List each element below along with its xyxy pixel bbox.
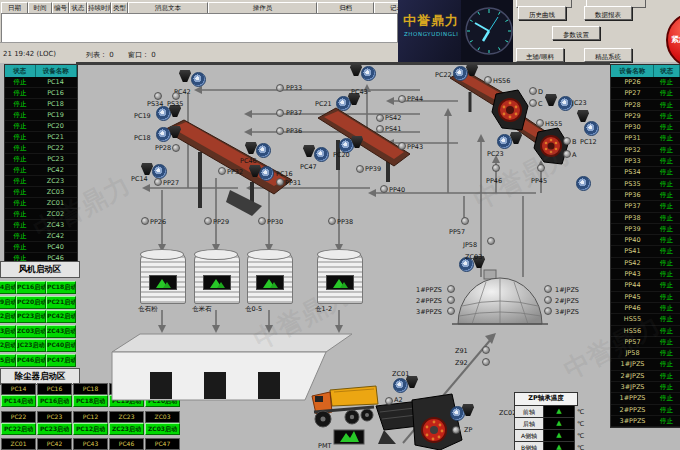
fan-icon[interactable] bbox=[156, 127, 171, 142]
fan-icon[interactable] bbox=[393, 378, 408, 393]
device-label-1#PPZS: 1#PPZS bbox=[416, 286, 442, 294]
device-label-JP58: JP58 bbox=[463, 241, 477, 249]
indicator-dot[interactable] bbox=[492, 164, 500, 172]
silo-label: 仓米石 bbox=[192, 305, 212, 314]
fan-icon[interactable] bbox=[314, 147, 329, 162]
temp-unit: ℃ bbox=[575, 442, 584, 450]
fan-icon[interactable] bbox=[256, 143, 271, 158]
fan-icon[interactable] bbox=[152, 164, 167, 179]
silo-2 bbox=[194, 252, 240, 304]
indicator-dot[interactable] bbox=[537, 164, 545, 172]
silo-4 bbox=[317, 252, 363, 304]
fan-icon[interactable] bbox=[259, 166, 274, 181]
indicator-dot[interactable] bbox=[276, 178, 284, 186]
temp-value-icon: ▲ bbox=[544, 430, 575, 442]
device-label-PS34: PS34 bbox=[147, 100, 163, 108]
indicator-dot[interactable] bbox=[172, 144, 180, 152]
indicator-dot[interactable] bbox=[563, 150, 571, 158]
indicator-dot[interactable] bbox=[276, 109, 284, 117]
device-label-PP30: PP30 bbox=[267, 218, 283, 226]
material-level-icon bbox=[163, 282, 171, 288]
indicator-dot[interactable] bbox=[447, 285, 455, 293]
zp-temperature-panel: ZP轴承温度 前轴▲℃后轴▲℃A侧轴▲℃B侧轴▲℃ bbox=[514, 392, 584, 450]
device-label-PC46: PC46 bbox=[240, 157, 257, 165]
device-label-PP27: PP27 bbox=[163, 179, 179, 187]
indicator-dot[interactable] bbox=[328, 217, 336, 225]
device-label-PS35: PS35 bbox=[167, 100, 183, 108]
indicator-dot[interactable] bbox=[380, 185, 388, 193]
device-label-PP57: PP57 bbox=[449, 228, 465, 236]
indicator-dot[interactable] bbox=[452, 426, 460, 434]
temp-unit: ℃ bbox=[575, 430, 584, 442]
silo-window bbox=[203, 275, 231, 290]
indicator-dot[interactable] bbox=[376, 114, 384, 122]
jaw-crusher bbox=[412, 394, 462, 450]
device-label-PP44: PP44 bbox=[407, 95, 423, 103]
indicator-dot[interactable] bbox=[482, 346, 490, 354]
fan-icon[interactable] bbox=[191, 72, 206, 87]
dump-truck bbox=[312, 386, 378, 427]
scada-screen: 日期时间编号状态持续时间类型消息文本操作员归档记录 21 19:42 (LOC)… bbox=[0, 0, 680, 450]
device-label-PC19: PC19 bbox=[134, 112, 151, 120]
indicator-dot[interactable] bbox=[154, 92, 162, 100]
warehouse-building bbox=[112, 334, 352, 400]
device-label-PP31: PP31 bbox=[285, 179, 301, 187]
indicator-dot[interactable] bbox=[482, 358, 490, 366]
indicator-dot[interactable] bbox=[484, 76, 492, 84]
silo-label: 仓0-5 bbox=[245, 305, 262, 314]
device-label-ZP: ZP bbox=[464, 426, 472, 434]
indicator-dot[interactable] bbox=[529, 87, 537, 95]
indicator-dot[interactable] bbox=[276, 127, 284, 135]
material-box bbox=[334, 430, 364, 444]
indicator-dot[interactable] bbox=[536, 119, 544, 127]
device-label-PC18: PC18 bbox=[134, 134, 151, 142]
device-label-A2: A2 bbox=[394, 396, 403, 404]
indicator-dot[interactable] bbox=[258, 217, 266, 225]
indicator-dot[interactable] bbox=[398, 95, 406, 103]
indicator-dot[interactable] bbox=[356, 165, 364, 173]
silo-label: 仓石粉 bbox=[138, 305, 158, 314]
silo-window bbox=[256, 275, 284, 290]
device-label-PP46: PP46 bbox=[486, 177, 502, 185]
fan-icon[interactable] bbox=[336, 96, 351, 111]
indicator-dot[interactable] bbox=[204, 217, 212, 225]
device-label-A: A bbox=[572, 151, 576, 159]
device-label-PP40: PP40 bbox=[389, 186, 405, 194]
indicator-dot[interactable] bbox=[487, 237, 495, 245]
indicator-dot[interactable] bbox=[447, 307, 455, 315]
fan-icon[interactable] bbox=[576, 176, 591, 191]
indicator-dot[interactable] bbox=[544, 296, 552, 304]
fan-icon[interactable] bbox=[453, 66, 468, 81]
fan-icon[interactable] bbox=[584, 121, 599, 136]
fan-icon[interactable] bbox=[497, 134, 512, 149]
temp-row-label: 前轴 bbox=[514, 406, 544, 418]
fan-icon[interactable] bbox=[156, 106, 171, 121]
indicator-dot[interactable] bbox=[563, 137, 571, 145]
device-label-PS42: PS42 bbox=[385, 114, 401, 122]
indicator-dot[interactable] bbox=[141, 217, 149, 225]
indicator-dot[interactable] bbox=[172, 92, 180, 100]
temp-row-label: A侧轴 bbox=[514, 430, 544, 442]
indicator-dot[interactable] bbox=[447, 296, 455, 304]
indicator-dot[interactable] bbox=[376, 125, 384, 133]
indicator-dot[interactable] bbox=[218, 167, 226, 175]
indicator-dot[interactable] bbox=[529, 99, 537, 107]
indicator-dot[interactable] bbox=[544, 285, 552, 293]
fan-icon[interactable] bbox=[361, 66, 376, 81]
device-label-3#PPZS: 3#PPZS bbox=[416, 308, 442, 316]
silo-window bbox=[149, 275, 177, 290]
indicator-dot[interactable] bbox=[544, 307, 552, 315]
indicator-dot[interactable] bbox=[398, 142, 406, 150]
indicator-dot[interactable] bbox=[385, 397, 393, 405]
temp-row: B侧轴▲℃ bbox=[514, 442, 584, 450]
device-label-PP32: PP32 bbox=[227, 168, 243, 176]
device-label-Z91: Z91 bbox=[455, 347, 468, 355]
device-label-HS56: HS56 bbox=[493, 77, 510, 85]
fan-icon[interactable] bbox=[558, 96, 573, 111]
indicator-dot[interactable] bbox=[276, 84, 284, 92]
indicator-dot[interactable] bbox=[154, 178, 162, 186]
temp-row: A侧轴▲℃ bbox=[514, 430, 584, 442]
device-label-HS55: HS55 bbox=[545, 120, 562, 128]
indicator-dot[interactable] bbox=[461, 217, 469, 225]
device-label-PC21: PC21 bbox=[315, 100, 332, 108]
